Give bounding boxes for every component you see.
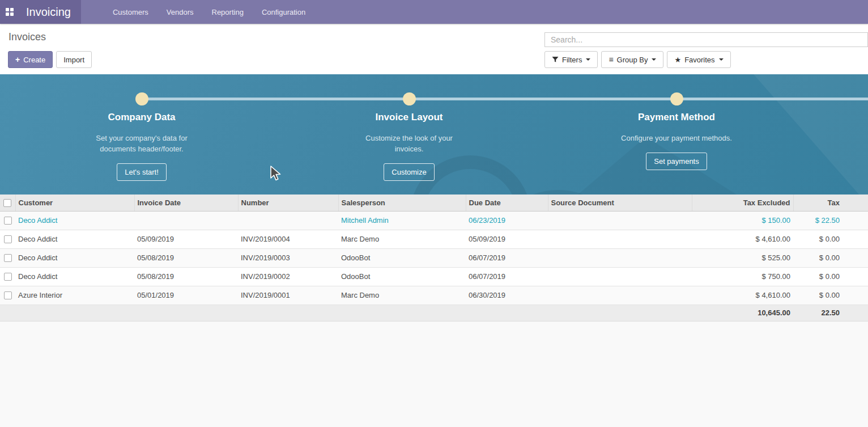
filter-funnel-icon: [552, 56, 559, 63]
row-checkbox-cell[interactable]: [0, 211, 15, 230]
column-header-invoice-date[interactable]: Invoice Date: [134, 195, 238, 211]
cell-tax-excluded[interactable]: $ 150.00: [692, 211, 793, 230]
cell-source-document[interactable]: [548, 230, 692, 248]
apps-grid-icon[interactable]: [6, 8, 14, 16]
cell-tax-excluded[interactable]: $ 4,610.00: [692, 286, 793, 305]
row-checkbox[interactable]: [4, 254, 12, 262]
cell-invoice-date[interactable]: 05/08/2019: [134, 248, 238, 267]
row-checkbox-cell[interactable]: [0, 286, 15, 305]
cell-tax[interactable]: $ 22.50: [793, 211, 868, 230]
group-by-label: Group By: [617, 56, 648, 64]
cell-number[interactable]: INV/2019/0003: [238, 248, 338, 267]
column-header-source-document[interactable]: Source Document: [548, 195, 692, 211]
column-header-number[interactable]: Number: [238, 195, 338, 211]
control-panel: Invoices + Create Import Filters ≡ Group…: [0, 24, 868, 74]
group-by-dropdown-button[interactable]: ≡ Group By: [601, 51, 663, 68]
cell-tax[interactable]: $ 0.00: [793, 267, 868, 286]
step-description: Set your company's data for documents he…: [84, 133, 200, 154]
table-row[interactable]: Azure Interior05/01/2019INV/2019/0001Mar…: [0, 286, 868, 305]
step-description: Configure your payment methods.: [619, 133, 735, 143]
column-header-tax-excluded[interactable]: Tax Excluded: [692, 195, 793, 211]
nav-item-vendors[interactable]: Vendors: [158, 0, 203, 24]
cell-tax[interactable]: $ 0.00: [793, 286, 868, 305]
column-header-tax[interactable]: Tax: [793, 195, 868, 211]
import-button[interactable]: Import: [56, 51, 92, 68]
row-checkbox[interactable]: [4, 291, 12, 299]
cell-due-date[interactable]: 06/07/2019: [466, 267, 548, 286]
onboarding-banner: Company Data Set your company's data for…: [0, 74, 868, 195]
row-checkbox-cell[interactable]: [0, 248, 15, 267]
cell-customer[interactable]: Deco Addict: [15, 211, 134, 230]
cell-source-document[interactable]: [548, 286, 692, 305]
cell-tax[interactable]: $ 0.00: [793, 230, 868, 248]
cell-salesperson[interactable]: Mitchell Admin: [338, 211, 466, 230]
cell-tax-excluded[interactable]: $ 525.00: [692, 248, 793, 267]
cell-tax-excluded[interactable]: $ 4,610.00: [692, 230, 793, 248]
select-all-checkbox-cell[interactable]: [0, 195, 15, 211]
cell-invoice-date[interactable]: 05/09/2019: [134, 230, 238, 248]
row-checkbox[interactable]: [4, 235, 12, 243]
cell-source-document[interactable]: [548, 267, 692, 286]
row-checkbox[interactable]: [4, 273, 12, 281]
search-filter-bar: Filters ≡ Group By ★ Favorites: [544, 51, 734, 68]
set-payments-button[interactable]: Set payments: [646, 153, 707, 170]
cell-number[interactable]: INV/2019/0004: [238, 230, 338, 248]
cell-customer[interactable]: Deco Addict: [15, 248, 134, 267]
cell-customer[interactable]: Deco Addict: [15, 230, 134, 248]
cell-invoice-date[interactable]: 05/08/2019: [134, 267, 238, 286]
lets-start-button[interactable]: Let's start!: [117, 163, 167, 181]
cell-salesperson[interactable]: Marc Demo: [338, 286, 466, 305]
onboarding-progress-line: [142, 98, 868, 100]
filters-label: Filters: [562, 56, 582, 64]
customize-button[interactable]: Customize: [384, 163, 434, 181]
nav-item-reporting[interactable]: Reporting: [203, 0, 253, 24]
plus-icon: +: [15, 55, 20, 64]
column-header-customer[interactable]: Customer: [15, 195, 134, 211]
table-row[interactable]: Deco Addict05/08/2019INV/2019/0003OdooBo…: [0, 248, 868, 267]
cell-due-date[interactable]: 06/07/2019: [466, 248, 548, 267]
invoice-table-body: Deco AddictMitchell Admin06/23/2019$ 150…: [0, 211, 868, 305]
cell-invoice-date[interactable]: 05/01/2019: [134, 286, 238, 305]
cell-source-document[interactable]: [548, 248, 692, 267]
favorites-dropdown-button[interactable]: ★ Favorites: [667, 51, 730, 68]
cell-tax[interactable]: $ 0.00: [793, 248, 868, 267]
column-header-salesperson[interactable]: Salesperson: [338, 195, 466, 211]
table-row[interactable]: Deco Addict05/09/2019INV/2019/0004Marc D…: [0, 230, 868, 248]
cell-salesperson[interactable]: Marc Demo: [338, 230, 466, 248]
select-all-checkbox[interactable]: [3, 199, 11, 207]
step-title: Payment Method: [586, 112, 767, 123]
create-button[interactable]: + Create: [8, 51, 53, 68]
group-by-bars-icon: ≡: [609, 56, 613, 64]
row-checkbox-cell[interactable]: [0, 267, 15, 286]
cell-due-date[interactable]: 05/09/2019: [466, 230, 548, 248]
import-button-label: Import: [63, 56, 84, 64]
filters-dropdown-button[interactable]: Filters: [544, 51, 598, 68]
cell-number[interactable]: [238, 211, 338, 230]
nav-item-customers[interactable]: Customers: [104, 0, 158, 24]
cell-invoice-date[interactable]: [134, 211, 238, 230]
table-row[interactable]: Deco AddictMitchell Admin06/23/2019$ 150…: [0, 211, 868, 230]
table-row[interactable]: Deco Addict05/08/2019INV/2019/0002OdooBo…: [0, 267, 868, 286]
chevron-down-icon: [586, 58, 590, 61]
nav-item-configuration[interactable]: Configuration: [253, 0, 314, 24]
onboarding-step-invoice-layout: Invoice Layout Customize the look of you…: [318, 112, 500, 181]
favorites-label: Favorites: [684, 56, 714, 64]
cell-due-date[interactable]: 06/30/2019: [466, 286, 548, 305]
row-checkbox-cell[interactable]: [0, 230, 15, 248]
cell-source-document[interactable]: [548, 211, 692, 230]
chevron-down-icon: [652, 58, 656, 61]
cell-tax-excluded[interactable]: $ 750.00: [692, 267, 793, 286]
row-checkbox[interactable]: [4, 217, 12, 225]
app-title[interactable]: Invoicing: [26, 6, 71, 19]
cell-salesperson[interactable]: OdooBot: [338, 267, 466, 286]
column-header-due-date[interactable]: Due Date: [466, 195, 548, 211]
invoice-list: Customer Invoice Date Number Salesperson…: [0, 195, 868, 322]
cell-customer[interactable]: Deco Addict: [15, 267, 134, 286]
cell-number[interactable]: INV/2019/0001: [238, 286, 338, 305]
cell-customer[interactable]: Azure Interior: [15, 286, 134, 305]
navbar-brand: Invoicing: [0, 0, 81, 24]
cell-due-date[interactable]: 06/23/2019: [466, 211, 548, 230]
search-input[interactable]: [544, 32, 868, 47]
cell-number[interactable]: INV/2019/0002: [238, 267, 338, 286]
cell-salesperson[interactable]: OdooBot: [338, 248, 466, 267]
